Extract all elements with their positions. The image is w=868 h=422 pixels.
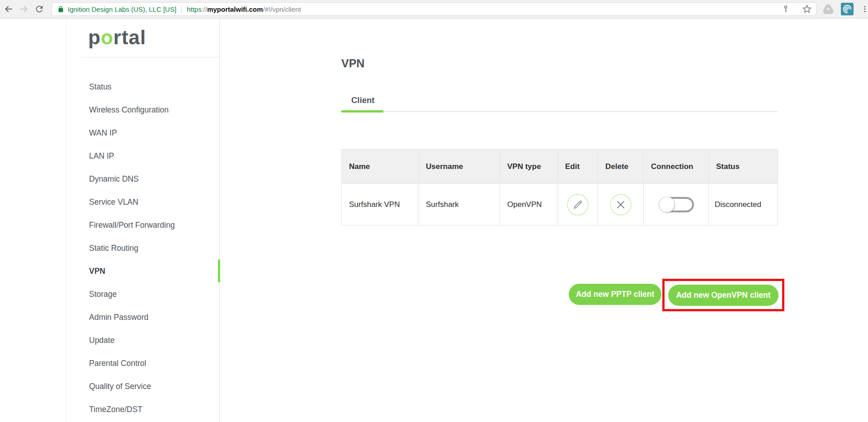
vpn-client-table: Name Username VPN type Edit Delete Conne…: [341, 149, 778, 225]
tab-underline: [341, 111, 778, 112]
sidebar-item-admin-password[interactable]: Admin Password: [66, 306, 219, 329]
url-text[interactable]: https://myportalwifi.com/#!/vpn/client: [187, 5, 301, 13]
tab-active-indicator: [341, 110, 383, 113]
sidebar-nav: Status Wireless Configuration WAN IP LAN…: [66, 75, 219, 421]
sidebar-item-dynamic-dns[interactable]: Dynamic DNS: [66, 168, 219, 191]
col-header-connection: Connection: [644, 150, 709, 184]
col-header-name: Name: [342, 150, 419, 184]
portal-logo: portal: [66, 19, 219, 57]
sidebar-item-static-routing[interactable]: Static Routing: [66, 237, 219, 260]
cell-name: Surfshark VPN: [342, 184, 419, 225]
portal-extension-icon[interactable]: [841, 3, 854, 15]
col-header-username: Username: [419, 150, 500, 184]
tab-client[interactable]: Client: [351, 95, 374, 105]
cell-status: Disconnected: [709, 184, 778, 225]
address-bar[interactable]: Ignition Design Labs (US), LLC [US] http…: [52, 2, 816, 16]
edit-button[interactable]: [567, 194, 589, 216]
sidebar: portal Status Wireless Configuration WAN…: [66, 19, 220, 422]
col-header-edit: Edit: [558, 150, 598, 184]
table-header-row: Name Username VPN type Edit Delete Conne…: [342, 150, 778, 184]
sidebar-item-lan-ip[interactable]: LAN IP: [66, 145, 219, 168]
sidebar-item-quality-of-service[interactable]: Quality of Service: [66, 375, 219, 398]
annotation-highlight-box: Add new OpenVPN client: [662, 279, 784, 311]
forward-icon[interactable]: [17, 2, 31, 16]
back-icon[interactable]: [2, 2, 15, 16]
reload-icon[interactable]: [33, 2, 46, 16]
sidebar-item-parental-control[interactable]: Parental Control: [66, 352, 219, 375]
col-header-delete: Delete: [598, 150, 644, 184]
cell-vpn-type: OpenVPN: [500, 184, 558, 225]
browser-toolbar: Ignition Design Labs (US), LLC [US] http…: [0, 0, 868, 19]
bookmark-star-icon[interactable]: [802, 5, 811, 14]
sidebar-item-status[interactable]: Status: [66, 75, 219, 98]
sidebar-item-service-vlan[interactable]: Service VLAN: [66, 191, 219, 214]
password-key-icon[interactable]: [782, 5, 790, 14]
screen: Ignition Design Labs (US), LLC [US] http…: [0, 0, 868, 422]
ssl-lock-icon: [57, 5, 64, 13]
chrome-menu-icon[interactable]: [861, 5, 868, 13]
sidebar-divider: [81, 57, 219, 57]
toggle-knob: [659, 197, 675, 212]
connection-toggle[interactable]: [659, 197, 694, 212]
add-openvpn-client-button[interactable]: Add new OpenVPN client: [668, 285, 778, 306]
sidebar-item-update[interactable]: Update: [66, 329, 219, 352]
delete-button[interactable]: [610, 194, 632, 216]
add-pptp-client-button[interactable]: Add new PPTP client: [569, 284, 661, 305]
drive-extension-icon[interactable]: [823, 4, 834, 14]
col-header-status: Status: [709, 150, 778, 184]
table-row: Surfshark VPN Surfshark OpenVPN Disconne…: [342, 184, 778, 225]
cell-username: Surfshark: [419, 184, 500, 225]
sidebar-item-storage[interactable]: Storage: [66, 283, 219, 306]
x-icon: [615, 199, 627, 211]
sidebar-item-timezone-dst[interactable]: TimeZone/DST: [66, 398, 219, 421]
pencil-icon: [572, 199, 584, 211]
sidebar-item-wan-ip[interactable]: WAN IP: [66, 122, 219, 145]
active-nav-indicator: [218, 259, 220, 282]
ev-certificate-badge[interactable]: Ignition Design Labs (US), LLC [US]: [68, 5, 176, 13]
sidebar-item-vpn[interactable]: VPN: [66, 260, 219, 283]
address-separator: [181, 5, 182, 13]
sidebar-item-firewall-port-forwarding[interactable]: Firewall/Port Forwarding: [66, 214, 219, 237]
page-title: VPN: [341, 57, 364, 70]
sidebar-item-wireless-configuration[interactable]: Wireless Configuration: [66, 98, 219, 122]
col-header-vpn-type: VPN type: [500, 150, 558, 184]
